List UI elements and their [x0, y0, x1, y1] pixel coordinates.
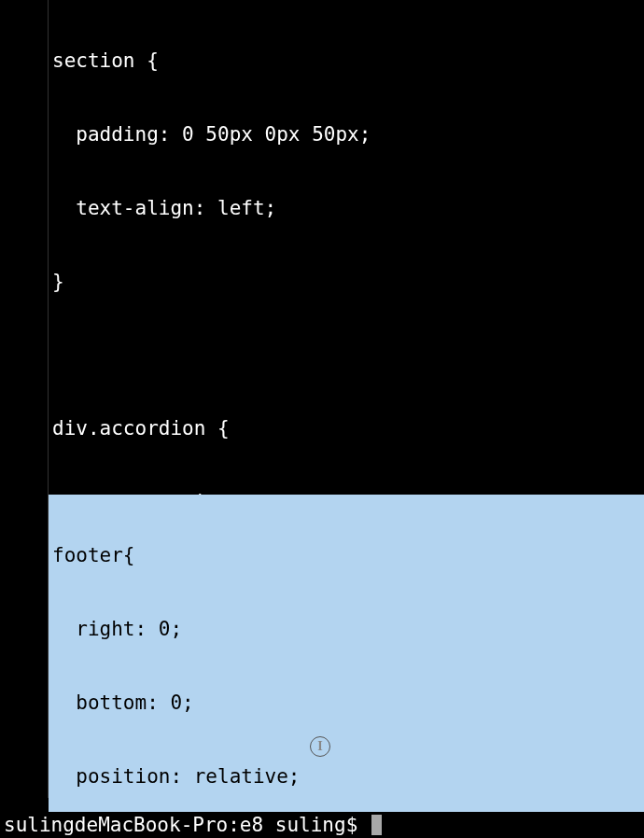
- code-line: bottom: 0;: [52, 691, 644, 715]
- code-line: }: [52, 270, 644, 294]
- shell-prompt-line[interactable]: sulingdeMacBook-Pro:e8 suling$: [0, 812, 644, 838]
- shell-prompt-text: sulingdeMacBook-Pro:e8 suling$: [4, 813, 370, 837]
- code-line: section {: [52, 49, 644, 74]
- line-number-gutter: [0, 0, 49, 798]
- code-line: position: relative;: [52, 764, 644, 789]
- code-line: div.accordion {: [52, 416, 644, 440]
- code-line: padding: 0 50px 0px 50px;: [52, 122, 644, 147]
- terminal-editor[interactable]: section { padding: 0 50px 0px 50px; text…: [0, 0, 644, 798]
- code-line: footer{: [52, 544, 644, 568]
- shell-cursor: [371, 815, 382, 835]
- selected-text-block[interactable]: footer{ right: 0; bottom: 0; position: r…: [49, 495, 644, 838]
- code-content-area[interactable]: section { padding: 0 50px 0px 50px; text…: [49, 0, 644, 798]
- code-line: text-align: left;: [52, 196, 644, 220]
- code-line: [52, 342, 644, 367]
- code-line: right: 0;: [52, 617, 644, 641]
